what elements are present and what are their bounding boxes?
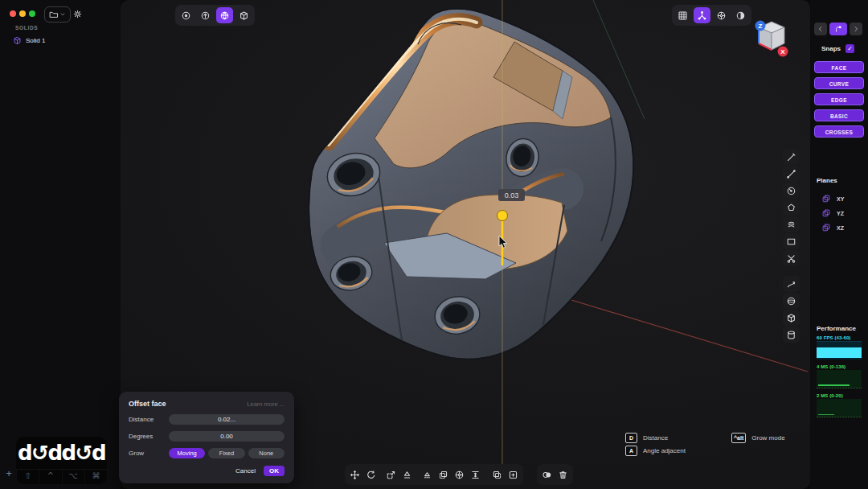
settings-button[interactable] — [71, 8, 84, 22]
keyboard-hint: D Distance — [625, 433, 686, 443]
moving-grow-button[interactable]: Moving — [169, 448, 205, 458]
learn-more-link[interactable]: Learn more ... — [247, 401, 285, 408]
plane-icon — [821, 194, 831, 203]
close-button[interactable] — [10, 10, 16, 17]
fillet-icon — [454, 470, 465, 480]
scale-button[interactable] — [383, 466, 399, 483]
trash-button[interactable] — [555, 466, 571, 483]
fixed-grow-button[interactable]: Fixed — [208, 448, 244, 458]
gizmo-button[interactable] — [694, 7, 710, 23]
visibility-toolbar — [537, 464, 573, 485]
ok-button[interactable]: OK — [264, 466, 285, 476]
render-settings-button[interactable] — [713, 7, 730, 23]
zoom-button[interactable] — [29, 10, 35, 17]
keyboard-hint: A Angle adjacent — [625, 446, 686, 456]
minimize-button[interactable] — [19, 10, 26, 17]
sphere-tool-button[interactable] — [783, 293, 800, 309]
fillet-button[interactable] — [452, 466, 467, 483]
move-button[interactable] — [347, 466, 362, 483]
view-cube[interactable]: Z X — [752, 19, 791, 58]
planes-list: XY YZ XZ — [821, 191, 844, 235]
isolate-icon — [508, 470, 518, 480]
spiral-tool-button[interactable] — [783, 216, 800, 232]
mirror-icon — [492, 470, 502, 480]
sphere-icon — [786, 296, 796, 306]
shading-button[interactable] — [732, 7, 749, 23]
axis-z-badge[interactable]: Z — [755, 21, 766, 31]
circle-center-tool-button[interactable] — [783, 183, 800, 199]
corner-path-icon — [834, 22, 842, 36]
option-key: ⌥ — [62, 470, 84, 484]
box-tool-button[interactable] — [783, 310, 800, 326]
gizmo-handle[interactable] — [497, 211, 508, 221]
face-snap-button[interactable]: FACE — [814, 61, 864, 73]
window-controls[interactable] — [10, 10, 35, 17]
chevron-right-icon — [852, 22, 860, 36]
extrude-button[interactable] — [399, 466, 415, 483]
gear-icon — [72, 8, 83, 23]
grid-button[interactable] — [674, 7, 691, 23]
cylinder-tool-button[interactable] — [783, 327, 800, 343]
snap-set-button[interactable] — [829, 23, 847, 35]
outliner-panel: SOLIDS Solid 1 — [0, 0, 121, 489]
axis-x-badge[interactable]: X — [778, 47, 788, 57]
select-face-mode-button[interactable] — [216, 7, 233, 23]
performance-graph: 2 MS (0-20) — [817, 393, 862, 417]
circle-center-icon — [786, 186, 796, 196]
add-button[interactable]: + — [3, 467, 14, 479]
shading-icon — [735, 10, 746, 21]
isolate-button[interactable] — [506, 466, 521, 483]
command-icon: ⌘ — [92, 471, 100, 480]
control-icon: ^ — [47, 471, 54, 480]
curve-snap-button[interactable]: CURVE — [814, 77, 864, 89]
next-page-button[interactable] — [850, 23, 862, 35]
rotate-button[interactable] — [363, 466, 379, 483]
trim-tool-button[interactable] — [783, 250, 800, 266]
command-key: ⌘ — [84, 470, 107, 484]
toggle-visibility-button[interactable] — [539, 466, 555, 483]
display-toolbar — [672, 5, 751, 26]
plane-plane-item[interactable]: XY — [821, 191, 844, 206]
plane-plane-item[interactable]: XZ — [821, 220, 844, 235]
mirror-button[interactable] — [489, 466, 505, 483]
rotate-icon — [366, 470, 376, 480]
none-grow-button[interactable]: None — [248, 448, 285, 458]
select-edge-mode-button[interactable] — [197, 7, 214, 23]
performance-graph: 4 MS (0-136) — [817, 364, 862, 388]
select-point-mode-button[interactable] — [178, 7, 194, 23]
right-sidebar: Snaps ✓ FACECURVEEDGEBASICCROSSES Planes… — [810, 0, 868, 489]
plane-icon — [821, 208, 831, 218]
curve-arrow-tool-button[interactable] — [783, 276, 800, 292]
polygon-tool-button[interactable] — [783, 199, 800, 216]
plane-plane-item[interactable]: YZ — [821, 206, 844, 220]
edge-snap-button[interactable]: EDGE — [814, 93, 864, 105]
trim-icon — [786, 253, 796, 264]
line-tool-button[interactable] — [783, 166, 800, 182]
key-badge: ^alt — [731, 433, 746, 443]
snaps-checkbox[interactable]: ✓ — [845, 44, 854, 53]
rectangle-icon — [786, 236, 796, 247]
select-solid-mode-button[interactable] — [235, 7, 252, 23]
rectangle-tool-button[interactable] — [783, 233, 800, 249]
basic-snap-button[interactable]: BASIC — [814, 109, 864, 121]
select-point-icon — [181, 10, 191, 21]
cancel-button[interactable]: Cancel — [235, 467, 256, 475]
performance-graph: 60 FPS (43-60) — [817, 335, 862, 360]
prev-page-button[interactable] — [814, 23, 827, 35]
offset-face-button[interactable] — [420, 466, 435, 483]
trash-icon — [558, 470, 568, 480]
control-key: ^ — [39, 470, 61, 484]
thicken-button[interactable] — [468, 466, 483, 483]
curve-pencil-tool-button[interactable] — [783, 149, 800, 165]
keyboard-hint: ^alt Grow mode — [731, 433, 785, 443]
model-solid-1[interactable] — [305, 0, 639, 378]
file-menu-button[interactable] — [44, 6, 71, 23]
crosses-snap-button[interactable]: CROSSES — [814, 125, 864, 138]
dialog-field-row: Degrees 0.00 — [129, 431, 285, 442]
box-icon — [786, 313, 796, 323]
snap-nav — [814, 23, 862, 35]
spiral-icon — [786, 220, 796, 230]
duplicate-button[interactable] — [436, 466, 451, 483]
outliner-item[interactable]: Solid 1 — [13, 35, 45, 46]
solid-cube-icon — [13, 36, 22, 45]
